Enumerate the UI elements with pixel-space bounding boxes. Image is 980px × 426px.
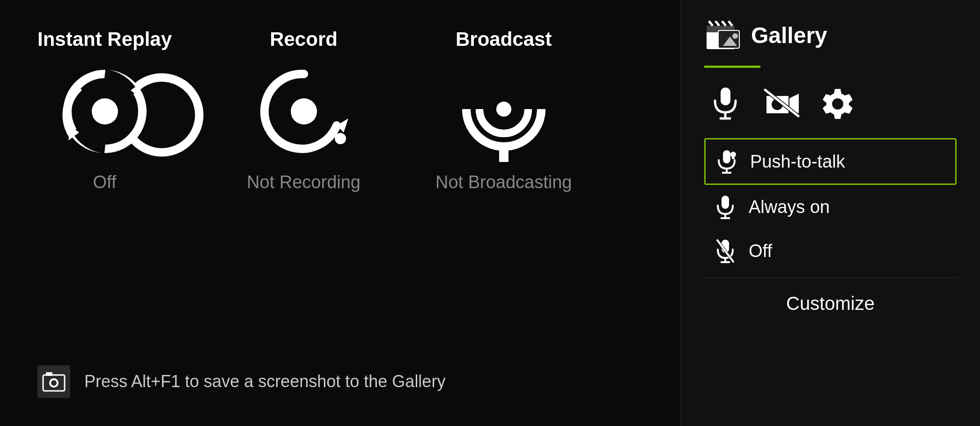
broadcast-feature: Broadcast	[435, 28, 572, 192]
svg-point-29	[732, 33, 738, 39]
broadcast-title: Broadcast	[456, 28, 552, 51]
mic-off-label: Off	[749, 241, 772, 261]
instant-replay-feature: Instant Replay	[37, 28, 172, 192]
svg-rect-38	[723, 150, 730, 163]
mic-off-option[interactable]: Off	[704, 229, 957, 273]
broadcast-icon[interactable]	[457, 65, 551, 158]
screenshot-icon	[37, 365, 70, 398]
camera-off-button[interactable]	[765, 87, 798, 119]
menu-divider	[704, 278, 957, 278]
always-on-option[interactable]: Always on	[704, 185, 957, 229]
svg-point-14	[497, 103, 510, 116]
svg-line-22	[709, 21, 713, 26]
gallery-header[interactable]: Gallery	[704, 19, 957, 51]
always-on-label: Always on	[749, 197, 830, 217]
sidebar-icon-row	[704, 87, 957, 119]
svg-rect-15	[499, 145, 508, 162]
sidebar-divider	[704, 66, 760, 68]
svg-line-23	[715, 21, 719, 26]
feature-section: Instant Replay	[37, 28, 643, 192]
svg-point-37	[832, 98, 843, 110]
microphone-button[interactable]	[709, 87, 742, 119]
record-title: Record	[270, 28, 338, 51]
sidebar: Gallery	[680, 0, 980, 426]
svg-rect-43	[722, 196, 729, 209]
settings-button[interactable]	[821, 87, 854, 119]
gallery-label: Gallery	[751, 22, 827, 48]
svg-point-6	[335, 133, 346, 144]
record-status: Not Recording	[247, 172, 361, 192]
instant-replay-icon[interactable]	[58, 65, 152, 158]
mic-off-icon	[714, 239, 737, 263]
customize-option[interactable]: Customize	[704, 283, 957, 324]
svg-point-7	[291, 98, 317, 125]
svg-rect-19	[46, 372, 52, 376]
record-icon[interactable]	[257, 65, 351, 158]
mic-mode-menu: Push-to-talk Always on	[704, 138, 957, 324]
push-to-talk-label: Push-to-talk	[750, 152, 845, 172]
svg-rect-30	[721, 88, 730, 105]
svg-rect-42	[732, 154, 735, 159]
svg-point-18	[51, 380, 57, 386]
record-feature: Record Not Recording	[247, 28, 361, 192]
instant-replay-status: Off	[93, 172, 117, 192]
push-to-talk-icon	[715, 150, 738, 173]
screenshot-hint-text: Press Alt+F1 to save a screenshot to the…	[84, 372, 445, 391]
screenshot-hint-section: Press Alt+F1 to save a screenshot to the…	[37, 365, 643, 398]
push-to-talk-option[interactable]: Push-to-talk	[704, 138, 957, 185]
svg-line-25	[729, 21, 732, 26]
gallery-icon	[704, 19, 742, 51]
svg-line-24	[722, 21, 726, 26]
svg-point-4	[93, 99, 117, 124]
broadcast-status: Not Broadcasting	[435, 172, 572, 192]
main-content: Instant Replay	[0, 0, 680, 426]
always-on-icon	[714, 195, 737, 219]
instant-replay-title: Instant Replay	[37, 28, 172, 51]
customize-label: Customize	[786, 293, 875, 314]
